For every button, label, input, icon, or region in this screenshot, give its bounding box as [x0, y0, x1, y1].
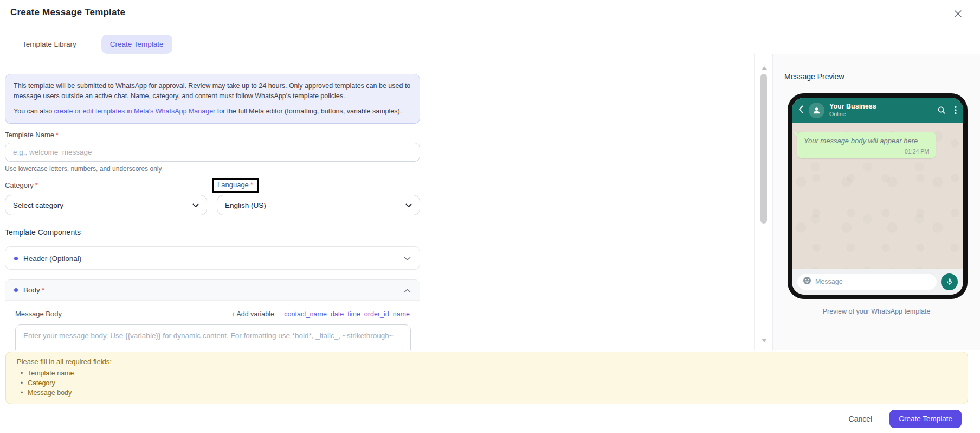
- back-chevron-icon: [798, 105, 803, 115]
- tab-create-template[interactable]: Create Template: [101, 35, 172, 54]
- chevron-down-icon: [192, 201, 199, 209]
- create-template-button[interactable]: Create Template: [889, 410, 962, 428]
- whatsapp-chat-header: Your Business Online: [792, 98, 963, 123]
- mock-input-placeholder: Message: [815, 278, 843, 285]
- template-name-helper: Use lowercase letters, numbers, and unde…: [5, 165, 162, 173]
- business-avatar: [809, 103, 824, 118]
- validation-item-category: Category: [17, 378, 957, 388]
- dialog-header: Create Message Template: [0, 0, 980, 28]
- body-section-accordion: Body* Message Body + Add variable: conta…: [5, 279, 420, 350]
- category-label: Category*: [5, 181, 38, 189]
- bullet-dot: [14, 257, 18, 260]
- mock-message-input: Message: [797, 274, 937, 290]
- body-section-content: Message Body + Add variable: contact_nam…: [5, 301, 420, 350]
- validation-title: Please fill in all required fields:: [17, 358, 957, 366]
- message-preview-panel: Message Preview Your Business Online: [772, 54, 980, 350]
- banner-link-prefix: You can also: [14, 107, 54, 115]
- variable-link-contact-name[interactable]: contact_name: [284, 310, 327, 318]
- chevron-up-icon: [404, 285, 411, 295]
- scrollbar-thumb[interactable]: [760, 74, 767, 224]
- template-form: This template will be submitted to Whats…: [0, 54, 755, 350]
- variable-link-name[interactable]: name: [393, 310, 410, 318]
- tab-template-library[interactable]: Template Library: [14, 35, 85, 54]
- message-bubble: Your message body will appear here 01:24…: [797, 132, 936, 158]
- phone-screen: Your Business Online Your message body w…: [792, 98, 963, 295]
- phone-mockup: Your Business Online Your message body w…: [788, 93, 968, 299]
- whatsapp-manager-link[interactable]: create or edit templates in Meta's Whats…: [54, 107, 216, 115]
- message-body-label: Message Body: [15, 310, 62, 318]
- variable-link-time[interactable]: time: [347, 310, 360, 318]
- kebab-menu-icon: [955, 106, 957, 114]
- emoji-icon: [803, 276, 811, 287]
- language-label-highlight-box: Language*: [212, 178, 259, 193]
- tab-bar: Template Library Create Template: [14, 34, 172, 54]
- category-select-value: Select category: [13, 201, 192, 209]
- form-scrollbar: [758, 54, 771, 350]
- preview-heading: Message Preview: [784, 72, 844, 81]
- header-section-accordion[interactable]: Header (Optional): [5, 246, 420, 270]
- language-select[interactable]: English (US): [217, 195, 420, 215]
- body-section-label: Body*: [23, 286, 44, 294]
- required-asterisk: *: [56, 131, 59, 139]
- chevron-down-icon: [404, 253, 411, 263]
- business-name: Your Business: [829, 103, 876, 111]
- banner-text-2: You can also create or edit templates in…: [14, 106, 411, 117]
- header-section-label: Header (Optional): [23, 254, 81, 263]
- banner-text: This template will be submitted to Whats…: [14, 81, 411, 102]
- approval-info-banner: This template will be submitted to Whats…: [5, 74, 420, 124]
- page-title: Create Message Template: [10, 7, 125, 18]
- scrollbar-down-arrow[interactable]: [762, 339, 767, 342]
- add-variable-label: + Add variable:: [231, 310, 276, 318]
- chat-wallpaper-area: Your message body will appear here 01:24…: [792, 123, 963, 269]
- scrollbar-up-arrow[interactable]: [762, 66, 767, 70]
- message-body-textarea[interactable]: [15, 324, 411, 350]
- mic-icon: [941, 273, 958, 290]
- preview-caption: Preview of your WhatsApp template: [773, 308, 980, 315]
- validation-item-template-name: Template name: [17, 368, 957, 378]
- language-label: Language*: [217, 181, 253, 189]
- close-icon[interactable]: [951, 7, 965, 21]
- template-components-heading: Template Components: [5, 228, 81, 237]
- required-asterisk: *: [250, 181, 253, 189]
- language-select-value: English (US): [225, 201, 405, 209]
- chevron-down-icon: [405, 201, 412, 209]
- required-asterisk: *: [35, 181, 38, 189]
- dialog-footer: Cancel Create Template: [0, 404, 980, 433]
- variable-link-order-id[interactable]: order_id: [364, 310, 389, 318]
- business-identity: Your Business Online: [829, 103, 876, 118]
- bubble-placeholder-text: Your message body will appear here: [804, 137, 929, 146]
- bullet-dot: [14, 288, 18, 292]
- body-section-header[interactable]: Body*: [5, 280, 420, 301]
- required-asterisk: *: [42, 286, 44, 294]
- template-name-label: Template Name*: [5, 131, 59, 139]
- template-name-input[interactable]: [5, 143, 420, 162]
- cancel-button[interactable]: Cancel: [849, 415, 873, 423]
- create-message-template-dialog: Create Message Template Template Library…: [0, 0, 980, 433]
- online-status: Online: [829, 111, 876, 118]
- category-select[interactable]: Select category: [5, 195, 207, 215]
- bubble-timestamp: 01:24 PM: [804, 148, 929, 155]
- chat-input-bar: Message: [792, 269, 963, 295]
- variable-link-date[interactable]: date: [331, 310, 344, 318]
- dialog-body: This template will be submitted to Whats…: [0, 54, 980, 350]
- validation-warning-box: Please fill in all required fields: Temp…: [5, 352, 968, 404]
- search-icon: [937, 106, 946, 114]
- validation-item-message-body: Message body: [17, 388, 957, 398]
- banner-link-suffix: for the full Meta editor (formatting, bu…: [215, 107, 402, 115]
